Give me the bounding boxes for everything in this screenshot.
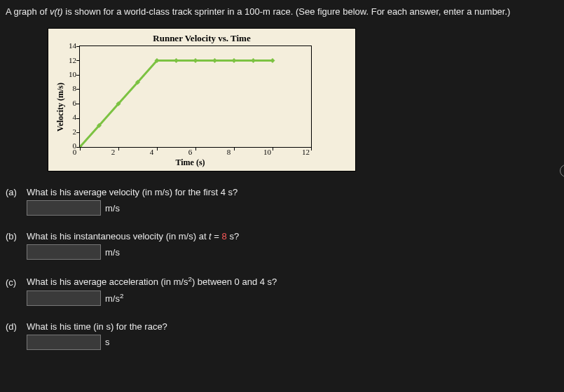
question-d: (d) What is his time (in s) for the race… [6, 321, 558, 350]
chart-title: Runner Velocity vs. Time [55, 33, 348, 44]
unit-b: m/s [105, 247, 120, 258]
answer-input-c[interactable] [27, 290, 101, 306]
plot-area [79, 46, 312, 148]
plot-svg [80, 46, 311, 147]
svg-marker-9 [251, 58, 256, 63]
prompt-vt: v(t) [50, 6, 63, 17]
answer-input-b[interactable] [27, 244, 101, 260]
prompt-post: is shown for a world-class track sprinte… [63, 6, 511, 17]
unit-d: s [105, 337, 110, 347]
info-icon[interactable]: i [560, 164, 564, 177]
unit-c: m/s2 [105, 292, 123, 304]
question-c: (c) What is his average acceleration (in… [6, 275, 558, 305]
prompt-pre: A graph of [6, 6, 50, 17]
question-a-text: What is his average velocity (in m/s) fo… [27, 187, 238, 197]
chart-container: Runner Velocity vs. Time Velocity (m/s) … [48, 28, 558, 172]
answer-input-d[interactable] [27, 335, 101, 350]
problem-prompt: A graph of v(t) is shown for a world-cla… [6, 6, 558, 18]
question-b: (b) What is his instantaneous velocity (… [6, 231, 558, 260]
question-d-label: (d) [6, 321, 27, 332]
question-b-text: What is his instantaneous velocity (in m… [27, 231, 239, 241]
svg-marker-8 [232, 58, 237, 63]
question-a: (a) What is his average velocity (in m/s… [6, 187, 558, 216]
answer-input-a[interactable] [27, 200, 101, 216]
t-value: 8 [222, 231, 227, 241]
y-ticks: 14121086420 [69, 46, 76, 146]
chart-panel: Runner Velocity vs. Time Velocity (m/s) … [48, 28, 356, 172]
svg-marker-10 [270, 58, 275, 63]
question-c-label: (c) [6, 277, 27, 288]
svg-marker-7 [212, 58, 217, 63]
question-c-text: What is his average acceleration (in m/s… [27, 275, 277, 287]
x-axis-label: Time (s) [175, 158, 205, 168]
x-ticks: 024681012 [75, 148, 306, 158]
y-axis-label: Velocity (m/s) [55, 83, 66, 132]
unit-a: m/s [105, 203, 120, 214]
question-b-label: (b) [6, 231, 27, 241]
svg-marker-5 [174, 58, 179, 63]
svg-marker-6 [193, 58, 198, 63]
question-a-label: (a) [6, 187, 27, 197]
question-d-text: What is his time (in s) for the race? [27, 321, 167, 332]
